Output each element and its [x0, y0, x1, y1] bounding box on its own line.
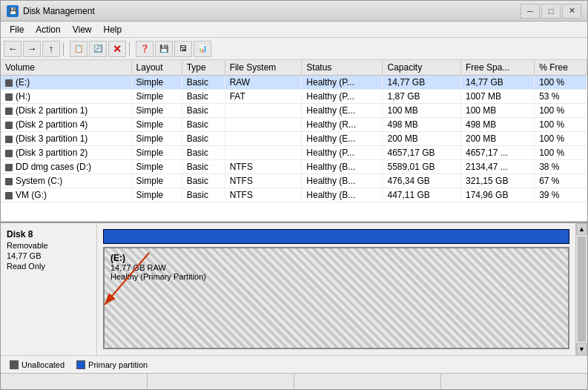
cell-7: 67 %: [535, 174, 587, 188]
main-window: 💾 Disk Management ─ □ ✕ File Action View…: [0, 0, 588, 390]
cell-1: Simple: [131, 188, 182, 202]
refresh-button[interactable]: 🔄: [89, 41, 107, 57]
table-row[interactable]: (E:)SimpleBasicRAWHealthy (P...14,77 GB1…: [1, 76, 587, 90]
cell-1: Simple: [131, 104, 182, 118]
disk-tool2[interactable]: 🖫: [174, 41, 192, 57]
cell-6: 174,96 GB: [461, 188, 535, 202]
cell-2: Basic: [182, 118, 225, 132]
back-button[interactable]: ←: [4, 41, 22, 57]
legend-primary-box: [76, 360, 85, 369]
disk-row-icon: [5, 178, 13, 185]
legend-unallocated-box: [10, 360, 19, 369]
legend-primary: Primary partition: [76, 360, 148, 369]
legend-unallocated: Unallocated: [10, 360, 65, 369]
table-row[interactable]: (Disk 2 partition 4)SimpleBasicHealthy (…: [1, 118, 587, 132]
disk-row-icon: [5, 79, 13, 87]
cell-0: System (C:): [1, 174, 131, 188]
cell-6: 14,77 GB: [461, 76, 535, 90]
cell-2: Basic: [182, 146, 225, 160]
col-capacity[interactable]: Capacity: [383, 60, 461, 76]
table-row[interactable]: (Disk 3 partition 2)SimpleBasicHealthy (…: [1, 146, 587, 160]
table-row[interactable]: DD dmg cases (D:)SimpleBasicNTFSHealthy …: [1, 160, 587, 174]
disk-info: Disk 8 Removable 14,77 GB Read Only: [1, 223, 97, 355]
cell-3: NTFS: [225, 174, 302, 188]
menu-action[interactable]: Action: [30, 23, 66, 36]
scroll-thumb[interactable]: [578, 237, 586, 342]
cell-4: Healthy (R...: [302, 118, 383, 132]
col-pct[interactable]: % Free: [535, 60, 587, 76]
cell-0: (Disk 3 partition 1): [1, 132, 131, 146]
cell-0: VM (G:): [1, 188, 131, 202]
col-layout[interactable]: Layout: [131, 60, 182, 76]
cell-3: [225, 118, 302, 132]
help-button[interactable]: ❓: [136, 41, 153, 57]
menu-help[interactable]: Help: [98, 23, 128, 36]
cell-2: Basic: [182, 174, 225, 188]
partition-label: (E:): [110, 253, 562, 263]
bottom-scrollbar[interactable]: ▲ ▼: [575, 223, 587, 355]
toolbar-sep2: [129, 42, 133, 56]
disk-tool1[interactable]: 💾: [155, 41, 173, 57]
maximize-button[interactable]: □: [541, 4, 561, 19]
cell-4: Healthy (B...: [302, 160, 383, 174]
partition-block[interactable]: (E:) 14,77 GB RAW Healthy (Primary Parti…: [103, 247, 569, 349]
disk-size: 14,77 GB: [7, 251, 90, 260]
legend-unallocated-label: Unallocated: [22, 360, 65, 369]
cell-7: 39 %: [535, 188, 587, 202]
cell-7: 38 %: [535, 160, 587, 174]
col-type[interactable]: Type: [182, 60, 225, 76]
cancel-button[interactable]: ✕: [108, 41, 126, 57]
title-bar: 💾 Disk Management ─ □ ✕: [1, 1, 587, 22]
cell-1: Simple: [131, 174, 182, 188]
forward-button[interactable]: →: [23, 41, 41, 57]
disk-row-icon: [5, 150, 13, 157]
menu-file[interactable]: File: [4, 23, 30, 36]
cell-1: Simple: [131, 76, 182, 90]
up-button[interactable]: ↑: [42, 41, 60, 57]
cell-3: NTFS: [225, 160, 302, 174]
cell-4: Healthy (B...: [302, 188, 383, 202]
menu-view[interactable]: View: [67, 23, 98, 36]
partition-status: Healthy (Primary Partition): [110, 272, 562, 281]
cell-7: 100 %: [535, 146, 587, 160]
disk-row-icon: [5, 192, 13, 199]
cell-1: Simple: [131, 146, 182, 160]
cell-5: 447,11 GB: [383, 188, 461, 202]
col-status[interactable]: Status: [302, 60, 383, 76]
minimize-button[interactable]: ─: [521, 4, 540, 19]
table-row[interactable]: (Disk 3 partition 1)SimpleBasicHealthy (…: [1, 132, 587, 146]
status-seg1: [1, 374, 148, 389]
disk-name: Disk 8: [7, 229, 90, 239]
status-seg2: [148, 374, 294, 389]
col-volume[interactable]: Volume: [1, 60, 131, 76]
table-header: Volume Layout Type File System Status Ca…: [1, 60, 587, 76]
cell-2: Basic: [182, 104, 225, 118]
table-body: (E:)SimpleBasicRAWHealthy (P...14,77 GB1…: [1, 76, 587, 202]
cell-3: RAW: [225, 76, 302, 90]
table-row[interactable]: (H:)SimpleBasicFATHealthy (P...1,87 GB10…: [1, 90, 587, 104]
status-seg4: [441, 374, 587, 389]
table-row[interactable]: VM (G:)SimpleBasicNTFSHealthy (B...447,1…: [1, 188, 587, 202]
cell-4: Healthy (E...: [302, 132, 383, 146]
partition-top-bar: [103, 229, 569, 244]
col-free[interactable]: Free Spa...: [461, 60, 535, 76]
cell-2: Basic: [182, 160, 225, 174]
close-button[interactable]: ✕: [562, 4, 581, 19]
cell-7: 100 %: [535, 76, 587, 90]
scroll-down-button[interactable]: ▼: [576, 343, 587, 355]
properties-button[interactable]: 📋: [70, 41, 87, 57]
cell-5: 14,77 GB: [383, 76, 461, 90]
cell-5: 100 MB: [383, 104, 461, 118]
table-row[interactable]: (Disk 2 partition 1)SimpleBasicHealthy (…: [1, 104, 587, 118]
cell-0: (Disk 2 partition 1): [1, 104, 131, 118]
col-filesystem[interactable]: File System: [225, 60, 302, 76]
table-row[interactable]: System (C:)SimpleBasicNTFSHealthy (B...4…: [1, 174, 587, 188]
cell-7: 100 %: [535, 132, 587, 146]
cell-3: [225, 146, 302, 160]
cell-5: 5589,01 GB: [383, 160, 461, 174]
disk-tool3[interactable]: 📊: [194, 41, 211, 57]
scroll-up-button[interactable]: ▲: [576, 223, 587, 235]
cell-0: (Disk 3 partition 2): [1, 146, 131, 160]
volume-table-area[interactable]: Volume Layout Type File System Status Ca…: [1, 60, 587, 222]
cell-2: Basic: [182, 90, 225, 104]
